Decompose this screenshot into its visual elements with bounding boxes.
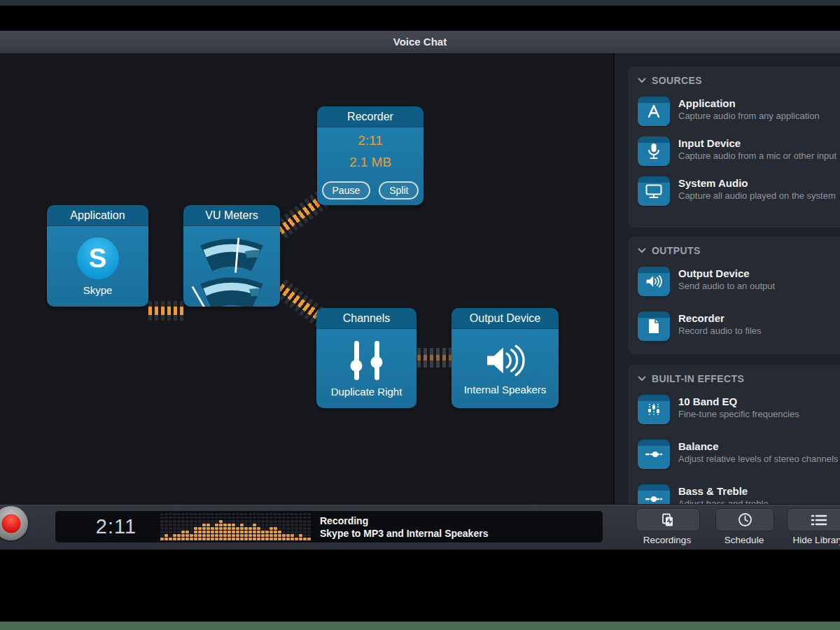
status-display: 2:11 Recording Skype to MP3 and Internal… bbox=[55, 510, 603, 543]
skype-icon: S bbox=[77, 237, 119, 279]
application-icon bbox=[645, 103, 663, 120]
recorder-file-size: 2.1 MB bbox=[349, 155, 391, 170]
speaker-icon bbox=[645, 274, 663, 289]
vu-gauge-top-icon bbox=[195, 230, 268, 267]
equalizer-icon bbox=[645, 401, 662, 418]
schedule-button-label: Schedule bbox=[715, 535, 773, 545]
recorder-elapsed-time: 2:11 bbox=[358, 133, 383, 148]
sources-header[interactable]: SOURCES bbox=[638, 75, 840, 86]
pipeline-canvas[interactable]: Application S Skype VU Meters bbox=[0, 53, 615, 504]
recordings-button-label: Recordings bbox=[636, 535, 699, 545]
node-output-device[interactable]: Output Device Internal Speakers bbox=[451, 308, 559, 408]
balance-slider-icon bbox=[645, 450, 663, 458]
node-channels-mode: Duplicate Right bbox=[331, 386, 402, 398]
file-icon bbox=[646, 318, 662, 335]
chevron-down-icon bbox=[638, 78, 646, 83]
split-button[interactable]: Split bbox=[379, 181, 419, 200]
pause-button[interactable]: Pause bbox=[322, 181, 371, 200]
node-vu-meters-title: VU Meters bbox=[183, 205, 280, 226]
library-item-input-device[interactable]: Input Device Capture audio from a mic or… bbox=[638, 136, 840, 166]
node-channels[interactable]: Channels Duplicate Right bbox=[316, 308, 416, 408]
list-icon bbox=[811, 514, 827, 526]
status-title: Recording bbox=[320, 514, 488, 527]
library-item-application[interactable]: Application Capture audio from any appli… bbox=[638, 97, 840, 126]
node-output-device-name: Internal Speakers bbox=[464, 384, 547, 396]
outputs-header[interactable]: OUTPUTS bbox=[638, 245, 840, 256]
connection-application-to-vumeters bbox=[148, 301, 183, 321]
node-output-device-title: Output Device bbox=[451, 308, 559, 329]
bottom-desktop-strip bbox=[0, 622, 840, 630]
bass-treble-slider-icon bbox=[645, 495, 663, 503]
node-vu-meters[interactable]: VU Meters bbox=[183, 205, 280, 307]
speaker-icon bbox=[482, 342, 528, 379]
schedule-button-group: Schedule bbox=[715, 508, 773, 545]
screen: Voice Chat Application S Skype VU Meters bbox=[0, 0, 840, 630]
library-item-output-device[interactable]: Output Device Send audio to an output bbox=[638, 267, 840, 296]
node-channels-title: Channels bbox=[316, 308, 416, 329]
node-application[interactable]: Application S Skype bbox=[47, 205, 148, 307]
hide-library-button[interactable] bbox=[787, 508, 840, 531]
channel-sliders-icon bbox=[354, 340, 379, 381]
library-item-recorder[interactable]: Recorder Record audio to files bbox=[638, 312, 840, 341]
node-recorder-title: Recorder bbox=[317, 106, 424, 127]
node-recorder[interactable]: Recorder 2:11 2.1 MB Pause Split bbox=[317, 106, 424, 205]
vu-matrix bbox=[160, 514, 311, 540]
hide-library-button-group: Hide Library bbox=[787, 508, 840, 545]
hide-library-button-label: Hide Library bbox=[787, 535, 840, 545]
top-letterbox-strip bbox=[0, 0, 840, 6]
library-item-system-audio[interactable]: System Audio Capture all audio played on… bbox=[638, 176, 840, 206]
recordings-icon bbox=[660, 513, 676, 527]
elapsed-time: 2:11 bbox=[71, 511, 162, 542]
library-item-balance[interactable]: Balance Adjust relative levels of stereo… bbox=[638, 440, 840, 469]
node-application-app-name: Skype bbox=[83, 284, 113, 296]
status-detail: Skype to MP3 and Internal Speakers bbox=[320, 527, 488, 540]
recordings-button-group: Recordings bbox=[636, 508, 699, 545]
chevron-down-icon bbox=[638, 248, 646, 253]
effects-header[interactable]: BUILT-IN EFFECTS bbox=[638, 373, 840, 384]
outputs-panel: OUTPUTS Output Device Send audio to an o… bbox=[628, 237, 840, 354]
record-button-red-dot bbox=[1, 514, 20, 533]
window-title: Voice Chat bbox=[0, 31, 840, 53]
window-titlebar: Voice Chat bbox=[0, 31, 840, 54]
recordings-button[interactable] bbox=[636, 508, 700, 531]
connection-channels-to-output bbox=[417, 348, 454, 368]
microphone-icon bbox=[645, 142, 662, 160]
sources-panel: SOURCES Application Capture audio from a… bbox=[628, 66, 840, 227]
vu-gauge-bottom-icon bbox=[195, 269, 268, 305]
node-application-title: Application bbox=[47, 205, 148, 226]
clock-icon bbox=[738, 512, 752, 527]
chevron-down-icon bbox=[638, 376, 646, 382]
library-item-10-band-eq[interactable]: 10 Band EQ Fine-tune specific frequencie… bbox=[638, 395, 840, 424]
monitor-icon bbox=[645, 183, 663, 200]
schedule-button[interactable] bbox=[715, 508, 774, 531]
